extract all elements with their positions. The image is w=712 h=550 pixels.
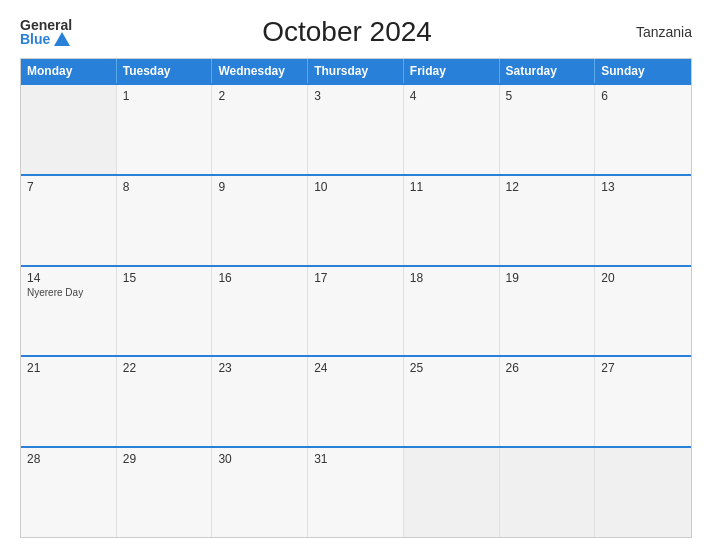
cell-oct-29: 29 xyxy=(117,448,213,537)
header-sunday: Sunday xyxy=(595,59,691,83)
cell-oct-12: 12 xyxy=(500,176,596,265)
cell-empty-1 xyxy=(21,85,117,174)
cell-oct-17: 17 xyxy=(308,267,404,356)
calendar-body: 1 2 3 4 5 6 7 8 9 10 11 12 13 14 xyxy=(21,83,691,537)
cell-oct-3: 3 xyxy=(308,85,404,174)
cell-oct-24: 24 xyxy=(308,357,404,446)
cell-oct-21: 21 xyxy=(21,357,117,446)
cell-oct-14: 14 Nyerere Day xyxy=(21,267,117,356)
cell-oct-13: 13 xyxy=(595,176,691,265)
header-tuesday: Tuesday xyxy=(117,59,213,83)
cell-oct-18: 18 xyxy=(404,267,500,356)
cell-oct-8: 8 xyxy=(117,176,213,265)
logo: General Blue xyxy=(20,18,72,46)
country-label: Tanzania xyxy=(622,24,692,40)
header-saturday: Saturday xyxy=(500,59,596,83)
calendar-grid: Monday Tuesday Wednesday Thursday Friday… xyxy=(20,58,692,538)
cell-oct-27: 27 xyxy=(595,357,691,446)
cell-empty-2 xyxy=(404,448,500,537)
cell-oct-31: 31 xyxy=(308,448,404,537)
cell-oct-25: 25 xyxy=(404,357,500,446)
cell-oct-22: 22 xyxy=(117,357,213,446)
cell-empty-3 xyxy=(500,448,596,537)
cell-oct-19: 19 xyxy=(500,267,596,356)
cell-oct-23: 23 xyxy=(212,357,308,446)
header-friday: Friday xyxy=(404,59,500,83)
header: General Blue October 2024 Tanzania xyxy=(20,16,692,48)
week-1: 1 2 3 4 5 6 xyxy=(21,83,691,174)
calendar-title: October 2024 xyxy=(72,16,622,48)
header-thursday: Thursday xyxy=(308,59,404,83)
week-5: 28 29 30 31 xyxy=(21,446,691,537)
logo-general-text: General xyxy=(20,18,72,32)
header-monday: Monday xyxy=(21,59,117,83)
week-2: 7 8 9 10 11 12 13 xyxy=(21,174,691,265)
logo-blue-row: Blue xyxy=(20,32,72,46)
calendar-page: General Blue October 2024 Tanzania Monda… xyxy=(0,0,712,550)
cell-oct-20: 20 xyxy=(595,267,691,356)
cell-oct-15: 15 xyxy=(117,267,213,356)
cell-oct-11: 11 xyxy=(404,176,500,265)
cell-oct-10: 10 xyxy=(308,176,404,265)
logo-triangle-icon xyxy=(54,32,70,46)
cell-oct-1: 1 xyxy=(117,85,213,174)
cell-oct-7: 7 xyxy=(21,176,117,265)
cell-oct-28: 28 xyxy=(21,448,117,537)
cell-oct-9: 9 xyxy=(212,176,308,265)
cell-oct-16: 16 xyxy=(212,267,308,356)
header-wednesday: Wednesday xyxy=(212,59,308,83)
calendar-header: Monday Tuesday Wednesday Thursday Friday… xyxy=(21,59,691,83)
cell-oct-26: 26 xyxy=(500,357,596,446)
logo-blue-text: Blue xyxy=(20,32,50,46)
cell-empty-4 xyxy=(595,448,691,537)
cell-oct-2: 2 xyxy=(212,85,308,174)
week-3: 14 Nyerere Day 15 16 17 18 19 20 xyxy=(21,265,691,356)
cell-oct-4: 4 xyxy=(404,85,500,174)
cell-oct-5: 5 xyxy=(500,85,596,174)
cell-oct-30: 30 xyxy=(212,448,308,537)
week-4: 21 22 23 24 25 26 27 xyxy=(21,355,691,446)
nyerere-day-label: Nyerere Day xyxy=(27,287,110,298)
cell-oct-6: 6 xyxy=(595,85,691,174)
